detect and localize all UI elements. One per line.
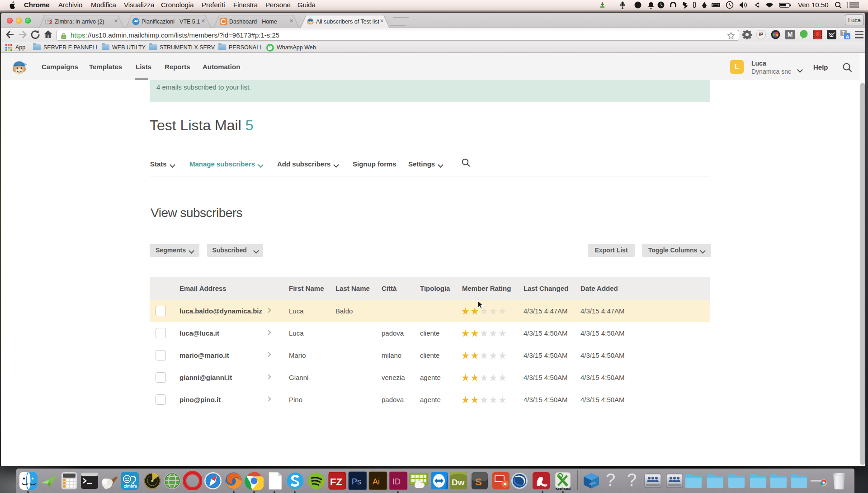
svg-text:A: A: [846, 34, 849, 39]
svg-text:FZ: FZ: [330, 476, 342, 488]
svg-text:Ps: Ps: [352, 477, 361, 486]
svg-text:KeePassX: KeePassX: [556, 487, 571, 490]
svg-text:Ai: Ai: [373, 477, 380, 486]
svg-text:zimbra: zimbra: [124, 484, 137, 488]
svg-text:ID: ID: [392, 477, 401, 486]
svg-text:Dw: Dw: [452, 478, 465, 487]
svg-text:Ven 10.50: Ven 10.50: [798, 1, 829, 9]
svg-text:S: S: [475, 476, 482, 488]
svg-text:2: 2: [49, 19, 52, 25]
